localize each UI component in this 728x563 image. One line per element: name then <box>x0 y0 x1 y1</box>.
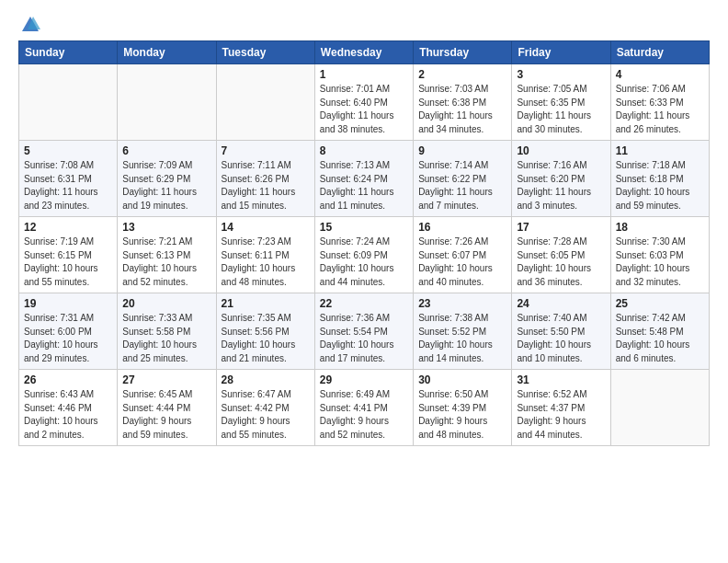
day-info: Sunrise: 7:16 AM Sunset: 6:20 PM Dayligh… <box>517 159 605 213</box>
day-info: Sunrise: 7:05 AM Sunset: 6:35 PM Dayligh… <box>517 83 605 136</box>
day-number: 16 <box>418 221 506 234</box>
page: SundayMondayTuesdayWednesdayThursdayFrid… <box>0 0 728 563</box>
header <box>18 15 710 35</box>
day-info: Sunrise: 7:24 AM Sunset: 6:09 PM Dayligh… <box>320 236 408 289</box>
calendar-day-cell: 26Sunrise: 6:43 AM Sunset: 4:46 PM Dayli… <box>19 370 118 446</box>
calendar-day-cell: 17Sunrise: 7:28 AM Sunset: 6:05 PM Dayli… <box>512 217 610 293</box>
day-info: Sunrise: 7:09 AM Sunset: 6:29 PM Dayligh… <box>122 159 210 213</box>
calendar-day-cell: 13Sunrise: 7:21 AM Sunset: 6:13 PM Dayli… <box>118 217 216 293</box>
day-info: Sunrise: 7:42 AM Sunset: 5:48 PM Dayligh… <box>616 312 704 365</box>
day-number: 3 <box>517 68 605 81</box>
calendar-day-cell: 24Sunrise: 7:40 AM Sunset: 5:50 PM Dayli… <box>512 293 610 370</box>
day-info: Sunrise: 7:36 AM Sunset: 5:54 PM Dayligh… <box>320 312 408 365</box>
calendar-day-cell: 22Sunrise: 7:36 AM Sunset: 5:54 PM Dayli… <box>314 293 413 370</box>
calendar-day-cell <box>19 64 118 141</box>
calendar-day-cell: 12Sunrise: 7:19 AM Sunset: 6:15 PM Dayli… <box>19 217 118 293</box>
day-info: Sunrise: 6:50 AM Sunset: 4:39 PM Dayligh… <box>418 388 506 442</box>
calendar-day-cell: 9Sunrise: 7:14 AM Sunset: 6:22 PM Daylig… <box>414 141 512 217</box>
logo-icon <box>20 15 40 35</box>
day-number: 9 <box>418 144 506 157</box>
day-number: 27 <box>122 373 210 386</box>
calendar-day-cell: 29Sunrise: 6:49 AM Sunset: 4:41 PM Dayli… <box>314 370 413 446</box>
calendar-day-cell: 1Sunrise: 7:01 AM Sunset: 6:40 PM Daylig… <box>314 64 413 141</box>
calendar-day-cell: 27Sunrise: 6:45 AM Sunset: 4:44 PM Dayli… <box>118 370 216 446</box>
calendar-week-row: 1Sunrise: 7:01 AM Sunset: 6:40 PM Daylig… <box>19 64 710 141</box>
weekday-header-cell: Sunday <box>19 41 118 64</box>
weekday-header-cell: Tuesday <box>216 41 314 64</box>
calendar-body: 1Sunrise: 7:01 AM Sunset: 6:40 PM Daylig… <box>19 64 710 446</box>
calendar-day-cell: 7Sunrise: 7:11 AM Sunset: 6:26 PM Daylig… <box>216 141 314 217</box>
calendar-day-cell: 2Sunrise: 7:03 AM Sunset: 6:38 PM Daylig… <box>414 64 512 141</box>
day-number: 25 <box>616 297 704 310</box>
day-number: 24 <box>517 297 605 310</box>
day-number: 14 <box>222 221 310 234</box>
weekday-header-cell: Thursday <box>414 41 512 64</box>
weekday-header-cell: Saturday <box>610 41 709 64</box>
day-info: Sunrise: 7:26 AM Sunset: 6:07 PM Dayligh… <box>418 236 506 289</box>
day-number: 1 <box>320 68 408 81</box>
calendar-table: SundayMondayTuesdayWednesdayThursdayFrid… <box>18 40 710 446</box>
day-number: 13 <box>122 221 210 234</box>
day-info: Sunrise: 7:33 AM Sunset: 5:58 PM Dayligh… <box>122 312 210 365</box>
day-number: 17 <box>517 221 605 234</box>
calendar-day-cell: 28Sunrise: 6:47 AM Sunset: 4:42 PM Dayli… <box>216 370 314 446</box>
day-number: 21 <box>222 297 310 310</box>
day-number: 15 <box>320 221 408 234</box>
day-info: Sunrise: 6:49 AM Sunset: 4:41 PM Dayligh… <box>320 388 408 442</box>
calendar-week-row: 12Sunrise: 7:19 AM Sunset: 6:15 PM Dayli… <box>19 217 710 293</box>
calendar-week-row: 26Sunrise: 6:43 AM Sunset: 4:46 PM Dayli… <box>19 370 710 446</box>
day-number: 18 <box>616 221 704 234</box>
calendar-day-cell: 4Sunrise: 7:06 AM Sunset: 6:33 PM Daylig… <box>610 64 709 141</box>
day-info: Sunrise: 7:06 AM Sunset: 6:33 PM Dayligh… <box>616 83 704 136</box>
calendar-day-cell: 14Sunrise: 7:23 AM Sunset: 6:11 PM Dayli… <box>216 217 314 293</box>
calendar-week-row: 19Sunrise: 7:31 AM Sunset: 6:00 PM Dayli… <box>19 293 710 370</box>
day-number: 31 <box>517 373 605 386</box>
calendar-day-cell: 20Sunrise: 7:33 AM Sunset: 5:58 PM Dayli… <box>118 293 216 370</box>
day-number: 5 <box>24 144 112 157</box>
day-info: Sunrise: 7:14 AM Sunset: 6:22 PM Dayligh… <box>418 159 506 213</box>
calendar-day-cell: 25Sunrise: 7:42 AM Sunset: 5:48 PM Dayli… <box>610 293 709 370</box>
calendar-day-cell: 6Sunrise: 7:09 AM Sunset: 6:29 PM Daylig… <box>118 141 216 217</box>
day-info: Sunrise: 6:45 AM Sunset: 4:44 PM Dayligh… <box>122 388 210 442</box>
day-number: 19 <box>24 297 112 310</box>
day-number: 20 <box>122 297 210 310</box>
weekday-header-cell: Wednesday <box>314 41 413 64</box>
day-info: Sunrise: 7:31 AM Sunset: 6:00 PM Dayligh… <box>24 312 112 365</box>
day-number: 12 <box>24 221 112 234</box>
day-info: Sunrise: 7:38 AM Sunset: 5:52 PM Dayligh… <box>418 312 506 365</box>
day-info: Sunrise: 7:13 AM Sunset: 6:24 PM Dayligh… <box>320 159 408 213</box>
day-number: 10 <box>517 144 605 157</box>
day-info: Sunrise: 7:28 AM Sunset: 6:05 PM Dayligh… <box>517 236 605 289</box>
calendar-day-cell: 19Sunrise: 7:31 AM Sunset: 6:00 PM Dayli… <box>19 293 118 370</box>
day-number: 30 <box>418 373 506 386</box>
day-number: 4 <box>616 68 704 81</box>
day-info: Sunrise: 7:23 AM Sunset: 6:11 PM Dayligh… <box>222 236 310 289</box>
day-info: Sunrise: 7:08 AM Sunset: 6:31 PM Dayligh… <box>24 159 112 213</box>
day-info: Sunrise: 7:19 AM Sunset: 6:15 PM Dayligh… <box>24 236 112 289</box>
day-info: Sunrise: 7:21 AM Sunset: 6:13 PM Dayligh… <box>122 236 210 289</box>
day-info: Sunrise: 7:11 AM Sunset: 6:26 PM Dayligh… <box>222 159 310 213</box>
calendar-day-cell <box>216 64 314 141</box>
calendar-day-cell: 10Sunrise: 7:16 AM Sunset: 6:20 PM Dayli… <box>512 141 610 217</box>
day-number: 23 <box>418 297 506 310</box>
calendar-day-cell <box>118 64 216 141</box>
day-info: Sunrise: 7:01 AM Sunset: 6:40 PM Dayligh… <box>320 83 408 136</box>
calendar-day-cell: 5Sunrise: 7:08 AM Sunset: 6:31 PM Daylig… <box>19 141 118 217</box>
day-number: 7 <box>222 144 310 157</box>
day-info: Sunrise: 7:30 AM Sunset: 6:03 PM Dayligh… <box>616 236 704 289</box>
day-number: 6 <box>122 144 210 157</box>
calendar-day-cell: 31Sunrise: 6:52 AM Sunset: 4:37 PM Dayli… <box>512 370 610 446</box>
weekday-header-cell: Monday <box>118 41 216 64</box>
calendar-day-cell <box>610 370 709 446</box>
day-info: Sunrise: 6:43 AM Sunset: 4:46 PM Dayligh… <box>24 388 112 442</box>
calendar-week-row: 5Sunrise: 7:08 AM Sunset: 6:31 PM Daylig… <box>19 141 710 217</box>
day-info: Sunrise: 7:18 AM Sunset: 6:18 PM Dayligh… <box>616 159 704 213</box>
calendar-day-cell: 8Sunrise: 7:13 AM Sunset: 6:24 PM Daylig… <box>314 141 413 217</box>
day-number: 8 <box>320 144 408 157</box>
day-number: 26 <box>24 373 112 386</box>
day-number: 28 <box>222 373 310 386</box>
calendar-day-cell: 21Sunrise: 7:35 AM Sunset: 5:56 PM Dayli… <box>216 293 314 370</box>
calendar-day-cell: 3Sunrise: 7:05 AM Sunset: 6:35 PM Daylig… <box>512 64 610 141</box>
calendar-day-cell: 16Sunrise: 7:26 AM Sunset: 6:07 PM Dayli… <box>414 217 512 293</box>
weekday-header-row: SundayMondayTuesdayWednesdayThursdayFrid… <box>19 41 710 64</box>
